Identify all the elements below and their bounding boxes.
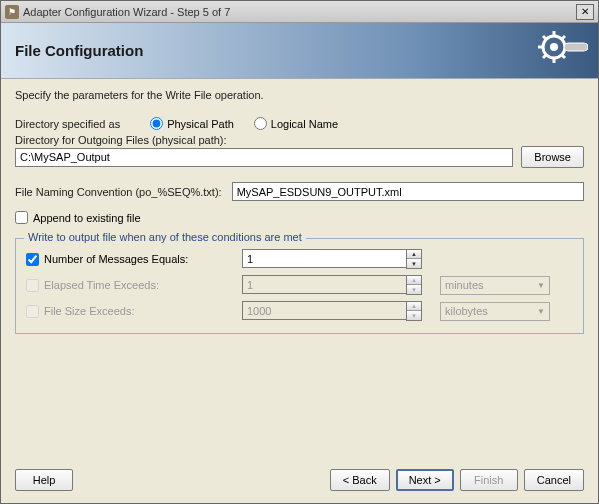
msg-equals-option[interactable]: Number of Messages Equals: xyxy=(26,253,236,266)
instruction-text: Specify the parameters for the Write Fil… xyxy=(15,89,584,101)
svg-line-7 xyxy=(561,54,565,58)
filesize-unit-label: kilobytes xyxy=(445,305,488,317)
svg-line-6 xyxy=(543,36,547,40)
page-title: File Configuration xyxy=(15,42,143,59)
help-button[interactable]: Help xyxy=(15,469,73,491)
naming-label: File Naming Convention (po_%SEQ%.txt): xyxy=(15,186,222,198)
svg-rect-10 xyxy=(564,43,588,51)
radio-physical-label: Physical Path xyxy=(167,118,234,130)
elapsed-down: ▼ xyxy=(407,285,421,294)
svg-line-9 xyxy=(561,36,565,40)
svg-point-1 xyxy=(550,43,558,51)
chevron-down-icon: ▼ xyxy=(537,307,545,316)
footer-bar: Help < Back Next > Finish Cancel xyxy=(1,461,598,503)
next-button[interactable]: Next > xyxy=(396,469,454,491)
msg-equals-input[interactable] xyxy=(242,249,406,268)
elapsed-up: ▲ xyxy=(407,276,421,285)
elapsed-spinner: ▲ ▼ xyxy=(242,275,422,295)
window-title: Adapter Configuration Wizard - Step 5 of… xyxy=(23,6,576,18)
radio-physical-path[interactable]: Physical Path xyxy=(150,117,234,130)
radio-logical-input[interactable] xyxy=(254,117,267,130)
svg-line-8 xyxy=(543,54,547,58)
naming-input[interactable] xyxy=(232,182,584,201)
filesize-down: ▼ xyxy=(407,311,421,320)
finish-button: Finish xyxy=(460,469,518,491)
elapsed-input xyxy=(242,275,406,294)
conditions-legend: Write to output file when any of these c… xyxy=(24,231,306,243)
elapsed-checkbox xyxy=(26,279,39,292)
dir-spec-label: Directory specified as xyxy=(15,118,120,130)
msg-equals-label: Number of Messages Equals: xyxy=(44,253,188,265)
filesize-input xyxy=(242,301,406,320)
outdir-label: Directory for Outgoing Files (physical p… xyxy=(15,134,584,146)
elapsed-option: Elapsed Time Exceeds: xyxy=(26,279,236,292)
wizard-header: File Configuration xyxy=(1,23,598,79)
filesize-unit-select: kilobytes ▼ xyxy=(440,302,550,321)
radio-logical-name[interactable]: Logical Name xyxy=(254,117,338,130)
chevron-down-icon: ▼ xyxy=(537,281,545,290)
filesize-checkbox xyxy=(26,305,39,318)
back-button[interactable]: < Back xyxy=(330,469,390,491)
msg-equals-spinner[interactable]: ▲ ▼ xyxy=(242,249,422,269)
radio-physical-input[interactable] xyxy=(150,117,163,130)
append-label: Append to existing file xyxy=(33,212,141,224)
elapsed-unit-select: minutes ▼ xyxy=(440,276,550,295)
content-area: Specify the parameters for the Write Fil… xyxy=(1,79,598,461)
filesize-label: File Size Exceeds: xyxy=(44,305,134,317)
conditions-group: Write to output file when any of these c… xyxy=(15,238,584,334)
browse-button[interactable]: Browse xyxy=(521,146,584,168)
cancel-button[interactable]: Cancel xyxy=(524,469,584,491)
gear-icon xyxy=(538,29,588,75)
msg-equals-checkbox[interactable] xyxy=(26,253,39,266)
filesize-up: ▲ xyxy=(407,302,421,311)
outdir-input[interactable] xyxy=(15,148,513,167)
close-button[interactable]: ✕ xyxy=(576,4,594,20)
msg-equals-up[interactable]: ▲ xyxy=(407,250,421,259)
filesize-spinner: ▲ ▼ xyxy=(242,301,422,321)
filesize-option: File Size Exceeds: xyxy=(26,305,236,318)
wizard-window: ⚑ Adapter Configuration Wizard - Step 5 … xyxy=(0,0,599,504)
elapsed-unit-label: minutes xyxy=(445,279,484,291)
app-icon: ⚑ xyxy=(5,5,19,19)
radio-logical-label: Logical Name xyxy=(271,118,338,130)
append-checkbox[interactable] xyxy=(15,211,28,224)
elapsed-label: Elapsed Time Exceeds: xyxy=(44,279,159,291)
msg-equals-down[interactable]: ▼ xyxy=(407,259,421,268)
titlebar: ⚑ Adapter Configuration Wizard - Step 5 … xyxy=(1,1,598,23)
